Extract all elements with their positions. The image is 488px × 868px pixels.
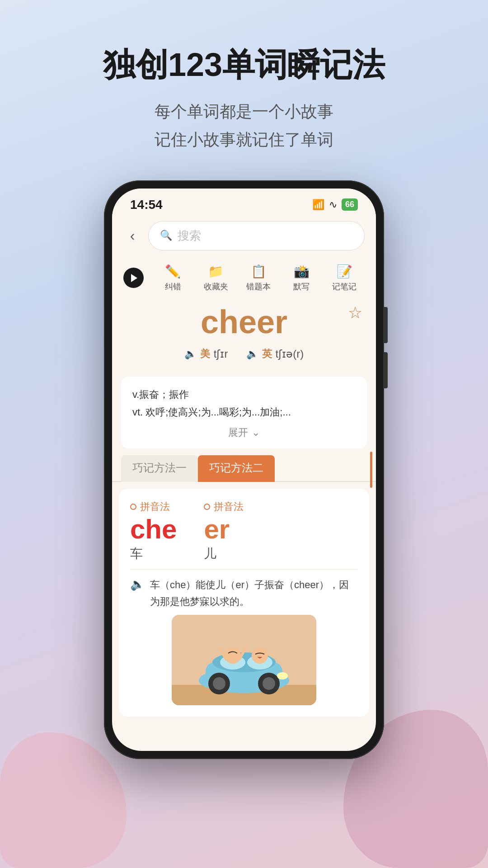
status-time: 14:54 (130, 198, 163, 212)
sub-title-line1: 每个单词都是一个小故事 (155, 102, 333, 121)
favorite-label: 收藏夹 (204, 281, 228, 292)
star-button[interactable]: ☆ (348, 303, 362, 322)
lang-label-uk: 英 (262, 347, 272, 361)
search-box[interactable]: 🔍 搜索 (148, 221, 365, 250)
phonetic-uk[interactable]: 🔈 英 tʃɪə(r) (246, 347, 304, 361)
pinyin-chars-2: er (204, 516, 230, 543)
tab-label-2: 巧记方法二 (209, 462, 263, 474)
battery-indicator: 66 (342, 198, 358, 211)
signal-icon: 📶 (312, 199, 324, 211)
phone-screen: 14:54 📶 ∿ 66 ‹ 🔍 搜索 ✏️ (112, 189, 376, 751)
pinyin-label-row-1: 拼音法 (130, 500, 170, 514)
tab-method-2[interactable]: 巧记方法二 (198, 455, 275, 482)
search-icon: 🔍 (160, 230, 172, 241)
svg-point-11 (277, 672, 288, 679)
lang-label-us: 美 (200, 347, 210, 361)
tabs-row: 巧记方法一 巧记方法二 (112, 455, 376, 482)
wifi-icon: ∿ (329, 199, 337, 211)
definition-line2: vt. 欢呼;使高兴;为...喝彩;为...加油;... (132, 403, 356, 421)
phonetic-us[interactable]: 🔈 美 tʃɪr (184, 347, 228, 361)
dictation-icon: 📸 (294, 264, 310, 279)
speaker-icon-us: 🔈 (184, 348, 197, 360)
chevron-down-icon: ⌄ (252, 427, 260, 439)
dictation-label: 默写 (293, 281, 310, 292)
play-button[interactable] (123, 268, 144, 288)
mistakes-icon: 📋 (251, 264, 267, 279)
toolbar-item-mistakes[interactable]: 📋 错题本 (239, 264, 279, 292)
sub-title: 每个单词都是一个小故事 记住小故事就记住了单词 (0, 98, 488, 153)
sub-title-line2: 记住小故事就记住了单词 (155, 130, 333, 149)
phone-side-btn2 (384, 352, 388, 388)
pinyin-chars-1: che (130, 516, 177, 543)
svg-point-12 (225, 647, 241, 664)
favorite-icon: 📁 (208, 264, 224, 279)
toolbar-item-notes[interactable]: 📝 记笔记 (324, 264, 365, 292)
notes-icon: 📝 (337, 264, 352, 279)
search-bar-row: ‹ 🔍 搜索 (112, 217, 376, 257)
car-illustration (172, 615, 316, 705)
toolbar: ✏️ 纠错 📁 收藏夹 📋 错题本 📸 默写 📝 记笔记 (112, 257, 376, 299)
word-section: cheer ☆ 🔈 美 tʃɪr 🔈 英 tʃɪə(r) (112, 299, 376, 377)
back-button[interactable]: ‹ (123, 227, 141, 244)
audio-explanation: 🔈 车（che）能使儿（er）子振奋（cheer），因为那是他梦寐以求的。 (130, 569, 358, 610)
pinyin-part-2: 拼音法 er 儿 (204, 500, 244, 562)
phonetics-row: 🔈 美 tʃɪr 🔈 英 tʃɪə(r) (126, 347, 362, 361)
ipa-uk: tʃɪə(r) (276, 348, 304, 360)
phone-side-btn1 (384, 307, 388, 343)
scroll-indicator (370, 452, 372, 488)
status-icons: 📶 ∿ 66 (312, 198, 358, 211)
memory-card: 拼音法 che 车 拼音法 er 儿 (119, 489, 369, 717)
svg-point-13 (252, 647, 268, 664)
search-input[interactable]: 搜索 (178, 228, 201, 244)
toolbar-item-correct[interactable]: ✏️ 纠错 (153, 264, 193, 292)
pinyin-dot-1 (130, 504, 136, 510)
tab-label-1: 巧记方法一 (132, 462, 187, 474)
tab-method-1[interactable]: 巧记方法一 (121, 455, 198, 482)
phone-frame: 14:54 📶 ∿ 66 ‹ 🔍 搜索 ✏️ (104, 180, 384, 759)
pinyin-method-1: 拼音法 (140, 500, 170, 514)
speaker-icon-uk: 🔈 (246, 348, 258, 360)
pinyin-label-row-2: 拼音法 (204, 500, 244, 514)
expand-label: 展开 (228, 426, 248, 439)
pinyin-part-1: 拼音法 che 车 (130, 500, 177, 562)
svg-point-8 (213, 677, 225, 690)
mistakes-label: 错题本 (246, 281, 271, 292)
ipa-us: tʃɪr (214, 348, 228, 360)
header-section: 独创123单词瞬记法 每个单词都是一个小故事 记住小故事就记住了单词 (0, 0, 488, 180)
pinyin-parts-row: 拼音法 che 车 拼音法 er 儿 (130, 500, 358, 562)
audio-icon[interactable]: 🔈 (130, 577, 145, 591)
pinyin-dot-2 (204, 504, 210, 510)
svg-point-10 (263, 677, 275, 690)
definition-line1: v.振奋；振作 (132, 386, 356, 404)
toolbar-item-favorite[interactable]: 📁 收藏夹 (196, 264, 236, 292)
phone-mockup: 14:54 📶 ∿ 66 ‹ 🔍 搜索 ✏️ (0, 180, 488, 759)
main-title: 独创123单词瞬记法 (0, 45, 488, 84)
status-bar: 14:54 📶 ∿ 66 (112, 189, 376, 217)
notes-label: 记笔记 (332, 281, 357, 292)
correct-icon: ✏️ (165, 264, 181, 279)
toolbar-item-dictation[interactable]: 📸 默写 (281, 264, 322, 292)
pinyin-meaning-2: 儿 (204, 545, 216, 562)
pinyin-meaning-1: 车 (130, 545, 143, 562)
word-title: cheer (126, 303, 362, 340)
pinyin-method-2: 拼音法 (214, 500, 244, 514)
explanation-text: 车（che）能使儿（er）子振奋（cheer），因为那是他梦寐以求的。 (150, 576, 358, 610)
correct-label: 纠错 (165, 281, 181, 292)
expand-button[interactable]: 展开 ⌄ (132, 426, 356, 439)
definition-box: v.振奋；振作 vt. 欢呼;使高兴;为...喝彩;为...加油;... 展开 … (121, 377, 367, 448)
